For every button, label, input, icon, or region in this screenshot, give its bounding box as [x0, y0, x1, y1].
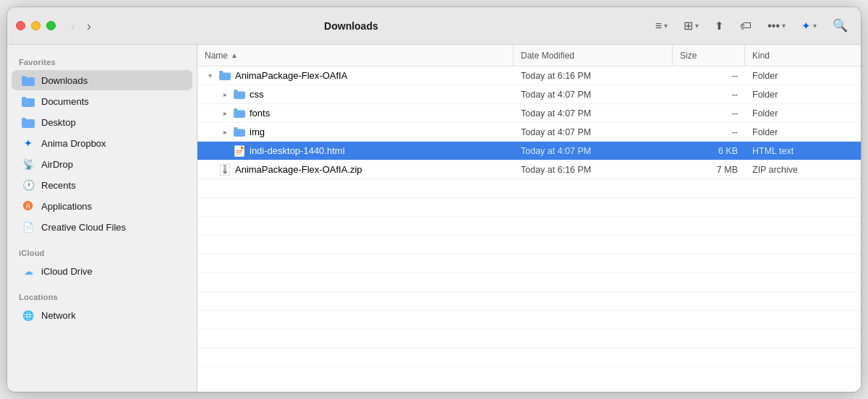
file-list: ▾ AnimaPackage-Flex-OAfIA Today at 6:16 … [197, 66, 861, 392]
folder-icon [22, 95, 35, 108]
finder-window: ‹ › Downloads ≡ ▾ ⊞ ▾ ⬆ 🏷 ••• ▾ [7, 7, 861, 392]
sidebar-item-desktop[interactable]: Desktop [12, 112, 192, 132]
kind-column-header[interactable]: Kind [745, 45, 861, 66]
svg-rect-2 [22, 76, 26, 78]
sidebar-item-documents[interactable]: Documents [12, 91, 192, 111]
svg-rect-14 [234, 127, 238, 129]
more-button[interactable]: ••• ▾ [763, 17, 790, 35]
close-button[interactable] [16, 21, 25, 30]
window-title: Downloads [51, 20, 651, 32]
list-view-button[interactable]: ≡ ▾ [651, 17, 672, 35]
column-headers: Name ▲ Date Modified Size Kind [197, 45, 861, 66]
file-date-cell: Today at 4:07 PM [514, 90, 673, 100]
sidebar-item-label: Creative Cloud Files [41, 222, 126, 233]
sidebar-item-label: iCloud Drive [41, 266, 93, 277]
search-icon: 🔍 [833, 18, 848, 33]
svg-rect-24 [224, 168, 226, 170]
name-column-header[interactable]: Name ▲ [197, 45, 514, 66]
dropbox-chevron: ▾ [813, 22, 817, 30]
disclosure-triangle[interactable]: ▾ [219, 108, 229, 119]
file-name-cell: ▾ fonts [197, 108, 514, 119]
empty-row [197, 179, 861, 198]
svg-rect-9 [234, 92, 245, 100]
file-name-text: fonts [250, 108, 270, 119]
table-row[interactable]: indi-desktop-1440.html Today at 4:07 PM … [197, 142, 861, 160]
svg-rect-6 [22, 118, 26, 120]
sidebar-item-airdrop[interactable]: 📡 AirDrop [12, 154, 192, 174]
empty-row [197, 330, 861, 348]
file-name-text: img [250, 126, 265, 137]
svg-point-26 [224, 171, 226, 173]
html-file-icon [234, 145, 245, 157]
table-row[interactable]: AnimaPackage-Flex-OAfIA.zip Today at 6:1… [197, 160, 861, 179]
sidebar-item-label: AirDrop [41, 159, 73, 170]
network-icon: 🌐 [22, 309, 35, 322]
svg-rect-17 [236, 150, 243, 152]
file-name-text: indi-desktop-1440.html [250, 145, 345, 156]
svg-rect-3 [22, 98, 35, 107]
sidebar-item-downloads[interactable]: Downloads [12, 70, 192, 90]
file-date-cell: Today at 4:07 PM [514, 108, 673, 119]
file-size-cell: -- [673, 108, 745, 119]
svg-rect-11 [234, 111, 245, 119]
svg-rect-5 [22, 119, 35, 128]
traffic-lights [16, 21, 56, 30]
file-date-cell: Today at 4:07 PM [514, 127, 673, 137]
sidebar-item-label: Applications [41, 201, 92, 212]
table-row[interactable]: ▾ css Today at 4:07 PM -- Folder [197, 85, 861, 104]
table-row[interactable]: ▾ AnimaPackage-Flex-OAfIA Today at 6:16 … [197, 66, 861, 85]
sidebar-item-recents[interactable]: 🕐 Recents [12, 175, 192, 195]
sidebar-item-label: Recents [41, 180, 76, 191]
file-name-text: AnimaPackage-Flex-OAfIA.zip [235, 164, 362, 175]
svg-rect-18 [236, 152, 242, 153]
share-button[interactable]: ⬆ [710, 17, 728, 35]
svg-rect-8 [219, 71, 224, 73]
date-column-header[interactable]: Date Modified [514, 45, 673, 66]
toolbar-actions: ≡ ▾ ⊞ ▾ ⬆ 🏷 ••• ▾ ✦ ▾ 🔍 [651, 15, 852, 36]
file-kind-cell: Folder [745, 108, 861, 119]
size-column-header[interactable]: Size [673, 45, 745, 66]
dropbox-icon: ✦ [22, 137, 35, 150]
grid-view-button[interactable]: ⊞ ▾ [679, 16, 703, 35]
svg-rect-4 [22, 97, 26, 99]
table-row[interactable]: ▾ img Today at 4:07 PM -- Folder [197, 123, 861, 142]
file-size-cell: -- [673, 127, 745, 137]
file-name-text: AnimaPackage-Flex-OAfIA [235, 70, 347, 81]
tag-button[interactable]: 🏷 [736, 17, 756, 35]
sidebar-item-anima-dropbox[interactable]: ✦ Anima Dropbox [12, 133, 192, 153]
sidebar-item-network[interactable]: 🌐 Network [12, 305, 192, 325]
svg-rect-21 [224, 164, 226, 166]
dropbox-button[interactable]: ✦ ▾ [797, 17, 821, 35]
empty-row [197, 311, 861, 330]
sidebar: Favorites Downloads Documents Desktop [7, 45, 197, 392]
sidebar-item-creative-cloud[interactable]: 📄 Creative Cloud Files [12, 217, 192, 237]
svg-rect-13 [234, 129, 245, 137]
zip-file-icon [219, 164, 231, 176]
sidebar-item-icloud-drive[interactable]: ☁ iCloud Drive [12, 261, 192, 281]
svg-rect-10 [234, 90, 238, 92]
disclosure-triangle[interactable]: ▾ [219, 127, 229, 137]
empty-row [197, 348, 861, 367]
empty-row [197, 217, 861, 236]
empty-row [197, 273, 861, 292]
disclosure-triangle[interactable]: ▾ [205, 71, 215, 81]
file-kind-cell: Folder [745, 90, 861, 100]
minimize-button[interactable] [31, 21, 41, 30]
svg-rect-23 [224, 167, 226, 168]
file-name-text: css [250, 89, 264, 100]
search-button[interactable]: 🔍 [828, 15, 852, 36]
file-size-cell: -- [673, 71, 745, 81]
file-kind-cell: HTML text [745, 146, 861, 156]
file-date-cell: Today at 4:07 PM [514, 146, 673, 156]
icloud-section-label: iCloud [7, 243, 197, 260]
sidebar-item-label: Network [41, 310, 76, 321]
file-kind-cell: Folder [745, 71, 861, 81]
svg-rect-22 [224, 166, 226, 167]
icloud-icon: ☁ [22, 265, 35, 278]
sidebar-item-label: Desktop [41, 117, 76, 128]
share-icon: ⬆ [715, 20, 724, 33]
disclosure-triangle[interactable]: ▾ [219, 90, 229, 100]
folder-icon [234, 89, 245, 100]
table-row[interactable]: ▾ fonts Today at 4:07 PM -- Folder [197, 104, 861, 123]
sidebar-item-applications[interactable]: 🅐 Applications [12, 196, 192, 216]
